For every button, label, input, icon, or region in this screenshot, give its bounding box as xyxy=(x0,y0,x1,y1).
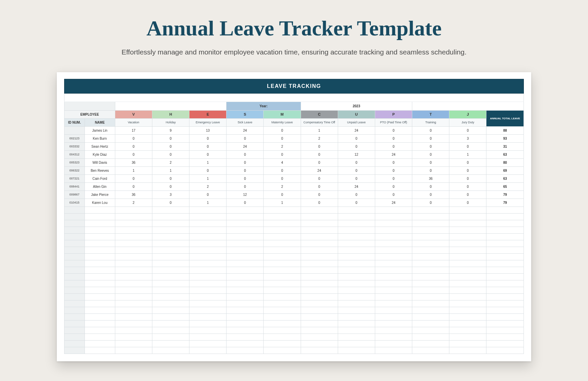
employee-name: Will Davis xyxy=(85,158,115,166)
table-row: 006322Ben Reeves1100024000069 xyxy=(64,166,524,174)
annual-total: 31 xyxy=(486,142,524,150)
leave-value: 0 xyxy=(152,174,189,182)
leave-value: 0 xyxy=(264,190,301,199)
leave-value: 0 xyxy=(227,158,264,166)
employee-name: Ben Reeves xyxy=(85,166,115,174)
leave-value: 17 xyxy=(115,126,152,134)
year-value[interactable]: 2023 xyxy=(301,102,412,110)
leave-type-label: Vacation xyxy=(115,118,152,126)
leave-type-label: Sick Leave xyxy=(227,118,264,126)
page-subtitle: Effortlessly manage and monitor employee… xyxy=(57,48,531,56)
leave-value: 0 xyxy=(375,126,412,134)
leave-type-label: Training xyxy=(412,118,449,126)
leave-value: 12 xyxy=(338,150,375,158)
leave-value: 0 xyxy=(227,150,264,158)
leave-value: 0 xyxy=(227,134,264,142)
leave-value: 0 xyxy=(449,199,486,207)
leave-value: 0 xyxy=(338,174,375,182)
leave-value: 36 xyxy=(412,174,449,182)
leave-value: 0 xyxy=(189,142,226,150)
leave-type-label: Holiday xyxy=(152,118,189,126)
leave-code: E xyxy=(189,110,226,118)
table-row: 002123Ken Burn000002000393 xyxy=(64,134,524,142)
employee-id: 003332 xyxy=(64,142,85,150)
leave-value: 24 xyxy=(227,142,264,150)
annual-total: 80 xyxy=(486,158,524,166)
leave-value: 0 xyxy=(375,190,412,199)
leave-value: 36 xyxy=(115,190,152,199)
leave-value: 0 xyxy=(189,150,226,158)
employee-id: 004312 xyxy=(64,150,85,158)
leave-value: 0 xyxy=(412,142,449,150)
leave-value: 0 xyxy=(412,199,449,207)
leave-value: 0 xyxy=(449,174,486,182)
leave-value: 1 xyxy=(115,166,152,174)
leave-value: 3 xyxy=(152,190,189,199)
leave-value: 0 xyxy=(449,166,486,174)
leave-value: 0 xyxy=(412,126,449,134)
leave-value: 2 xyxy=(115,199,152,207)
leave-value: 0 xyxy=(264,166,301,174)
leave-value: 0 xyxy=(115,134,152,142)
leave-value: 0 xyxy=(115,182,152,190)
leave-value: 36 xyxy=(115,158,152,166)
leave-value: 0 xyxy=(264,134,301,142)
leave-value: 0 xyxy=(301,174,338,182)
leave-value: 24 xyxy=(338,126,375,134)
employee-name: Jake Pierce xyxy=(85,190,115,199)
annual-total: 69 xyxy=(486,166,524,174)
leave-value: 2 xyxy=(264,142,301,150)
leave-value: 12 xyxy=(227,190,264,199)
employee-id: 009867 xyxy=(64,190,85,199)
leave-value: 0 xyxy=(449,190,486,199)
leave-value: 0 xyxy=(412,150,449,158)
leave-value: 0 xyxy=(375,134,412,142)
leave-value: 0 xyxy=(152,134,189,142)
leave-value: 0 xyxy=(412,190,449,199)
leave-value: 1 xyxy=(189,199,226,207)
leave-value: 9 xyxy=(152,126,189,134)
leave-value: 0 xyxy=(152,142,189,150)
leave-value: 1 xyxy=(152,166,189,174)
leave-value: 0 xyxy=(264,174,301,182)
leave-value: 1 xyxy=(189,158,226,166)
leave-value: 1 xyxy=(189,174,226,182)
table-row: 009867Jake Pierce36301200000079 xyxy=(64,190,524,199)
leave-value: 0 xyxy=(338,199,375,207)
annual-total: 79 xyxy=(486,199,524,207)
leave-value: 0 xyxy=(189,166,226,174)
employee-id: 008441 xyxy=(64,182,85,190)
leave-value: 0 xyxy=(375,166,412,174)
leave-value: 1 xyxy=(301,126,338,134)
employee-header: EMPLOYEE xyxy=(64,110,115,118)
leave-value: 0 xyxy=(227,174,264,182)
leave-value: 0 xyxy=(301,150,338,158)
name-header: NAME xyxy=(85,118,115,126)
leave-value: 0 xyxy=(338,134,375,142)
leave-value: 0 xyxy=(412,182,449,190)
leave-type-label: Maternity Leave xyxy=(264,118,301,126)
leave-value: 0 xyxy=(264,126,301,134)
leave-value: 0 xyxy=(152,150,189,158)
employee-name: Ken Burn xyxy=(85,134,115,142)
leave-code: T xyxy=(412,110,449,118)
leave-value: 0 xyxy=(338,158,375,166)
leave-value: 0 xyxy=(189,134,226,142)
table-row: 003332Sean Hertz0002420000031 xyxy=(64,142,524,150)
leave-value: 24 xyxy=(227,126,264,134)
employee-id: 010415 xyxy=(64,199,85,207)
leave-value: 0 xyxy=(301,158,338,166)
leave-value: 0 xyxy=(152,182,189,190)
leave-value: 2 xyxy=(152,158,189,166)
leave-value: 0 xyxy=(152,199,189,207)
page-title: Annual Leave Tracker Template xyxy=(57,16,531,41)
leave-value: 0 xyxy=(449,158,486,166)
leave-code: P xyxy=(375,110,412,118)
leave-value: 24 xyxy=(338,182,375,190)
leave-value: 0 xyxy=(115,150,152,158)
leave-value: 1 xyxy=(264,199,301,207)
leave-value: 24 xyxy=(375,150,412,158)
leave-value: 0 xyxy=(227,166,264,174)
annual-total: 63 xyxy=(486,150,524,158)
employee-name: Kyle Diaz xyxy=(85,150,115,158)
